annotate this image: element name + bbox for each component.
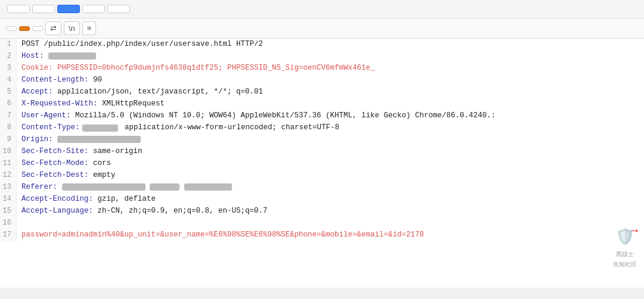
- line-number: 15: [0, 205, 17, 217]
- line-number: 4: [0, 74, 17, 86]
- line-2: 2Host:: [0, 51, 644, 63]
- line-content: Origin:: [17, 134, 644, 146]
- line-content: Sec-Fetch-Dest: empty: [17, 170, 644, 182]
- line-number: 8: [0, 122, 17, 134]
- line-number: 12: [0, 170, 17, 182]
- pretty-button[interactable]: [6, 26, 17, 31]
- raw-button[interactable]: [19, 26, 30, 31]
- forward-button[interactable]: [7, 5, 30, 13]
- line-5: 5Accept: application/json, text/javascri…: [0, 86, 644, 98]
- line-content: Sec-Fetch-Site: same-origin: [17, 146, 644, 158]
- line-content: [17, 217, 644, 229]
- word-wrap-button[interactable]: ⇄: [45, 21, 61, 35]
- line-number: 9: [0, 134, 17, 146]
- line-content: Host:: [17, 51, 644, 63]
- line-content: POST /public/index.php/index/user/usersa…: [17, 39, 644, 51]
- line-content: password=adminadmin%40&up_unit=&user_nam…: [17, 229, 644, 241]
- drop-button[interactable]: [32, 5, 55, 13]
- line-number: 10: [0, 146, 17, 158]
- line-8: 8Content-Type: application/x-www-form-ur…: [0, 122, 644, 134]
- line-content: Accept-Encoding: gzip, deflate: [17, 194, 644, 205]
- line-number: 1: [0, 39, 17, 51]
- line-1: 1POST /public/index.php/index/user/users…: [0, 39, 644, 51]
- intercept-button[interactable]: [57, 5, 80, 13]
- line-number: 7: [0, 110, 17, 122]
- line-number: 16: [0, 217, 17, 229]
- line-4: 4Content-Length: 90: [0, 74, 644, 86]
- line-content: Content-Type: application/x-www-form-url…: [17, 122, 644, 134]
- line-number: 17: [0, 229, 17, 241]
- line-13: 13Referer:: [0, 182, 644, 194]
- hex-button[interactable]: [32, 26, 43, 31]
- line-number: 5: [0, 86, 17, 98]
- line-content: Accept-Language: zh-CN, zh;q=0.9, en;q=0…: [17, 205, 644, 217]
- line-number: 2: [0, 51, 17, 63]
- line-content: User-Agent: Mozilla/5.0 (Windows NT 10.0…: [17, 110, 644, 122]
- line-14: 14Accept-Encoding: gzip, deflate: [0, 194, 644, 205]
- line-content: Referer:: [17, 182, 644, 194]
- line-number: 3: [0, 63, 17, 74]
- line-15: 15Accept-Language: zh-CN, zh;q=0.9, en;q…: [0, 205, 644, 217]
- line-number: 13: [0, 182, 17, 194]
- line-6: 6X-Requested-With: XMLHttpRequest: [0, 98, 644, 110]
- newline-button[interactable]: \n: [64, 21, 80, 35]
- line-number: 14: [0, 194, 17, 205]
- menu-button[interactable]: ≡: [82, 21, 97, 35]
- red-arrow: →: [631, 222, 638, 240]
- line-content: Cookie: PHPSESSID=0bhocfp9dumjnfs4638q1d…: [17, 63, 644, 74]
- line-16: 16: [0, 217, 644, 229]
- line-17: 17password=adminadmin%40&up_unit=&user_n…: [0, 229, 644, 241]
- line-11: 11Sec-Fetch-Mode: cors: [0, 158, 644, 170]
- line-7: 7User-Agent: Mozilla/5.0 (Windows NT 10.…: [0, 110, 644, 122]
- line-3: 3Cookie: PHPSESSID=0bhocfp9dumjnfs4638q1…: [0, 63, 644, 74]
- toolbar: [0, 0, 644, 18]
- line-content: Sec-Fetch-Mode: cors: [17, 158, 644, 170]
- line-content: Accept: application/json, text/javascrip…: [17, 86, 644, 98]
- line-10: 10Sec-Fetch-Site: same-origin: [0, 146, 644, 158]
- action-button[interactable]: [82, 5, 105, 13]
- open-browser-button[interactable]: [107, 5, 130, 13]
- format-bar: ⇄ \n ≡: [0, 18, 644, 39]
- line-9: 9Origin:: [0, 134, 644, 146]
- line-content: X-Requested-With: XMLHttpRequest: [17, 98, 644, 110]
- line-number: 11: [0, 158, 17, 170]
- line-12: 12Sec-Fetch-Dest: empty: [0, 170, 644, 182]
- line-number: 6: [0, 98, 17, 110]
- line-content: Content-Length: 90: [17, 74, 644, 86]
- content-area[interactable]: 1POST /public/index.php/index/user/users…: [0, 39, 644, 288]
